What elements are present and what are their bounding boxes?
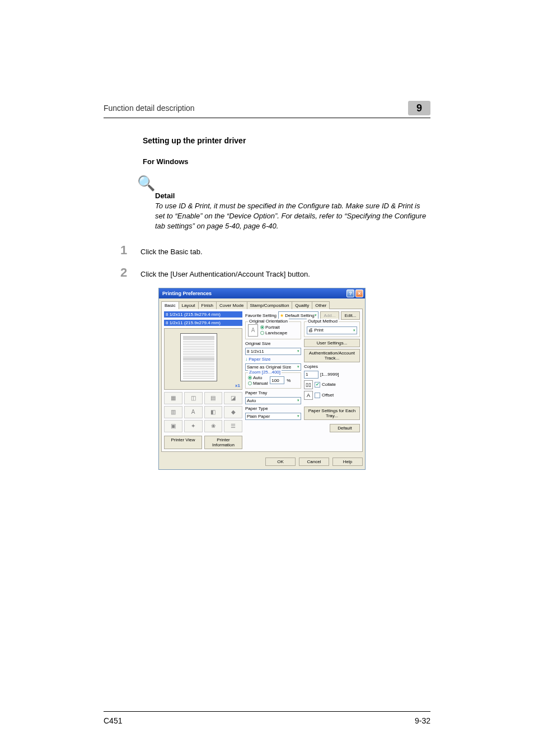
close-icon[interactable]: × (355, 290, 363, 297)
header-rule (104, 118, 430, 118)
copies-range-label: [1...9999] (320, 372, 339, 377)
magnifier-icon: 🔍 (137, 176, 430, 190)
paper-tray-label: Paper Tray (245, 390, 301, 395)
paper-size-banner: 8 1/2x11 (215.9x279.4 mm) (164, 320, 242, 326)
dialog-title: Printing Preferences (162, 291, 212, 296)
tab-basic[interactable]: Basic (161, 301, 179, 309)
zoom-value-input[interactable]: 100 (270, 376, 284, 384)
tab-stamp-composition[interactable]: Stamp/Composition (247, 301, 293, 309)
status-icon: ▦ (164, 392, 182, 404)
status-icon: ◫ (184, 392, 203, 404)
tab-quality[interactable]: Quality (292, 301, 312, 309)
subsection-heading: For Windows (143, 157, 430, 166)
status-icon: ▤ (204, 392, 223, 404)
footer-page-number: 9-32 (415, 716, 430, 725)
chapter-badge: 9 (408, 101, 430, 115)
original-size-banner: 8 1/2x11 (215.9x279.4 mm) (164, 311, 242, 318)
status-icon: A (184, 406, 203, 418)
paper-type-combo[interactable]: Plain Paper▾ (245, 413, 301, 420)
tab-layout[interactable]: Layout (179, 301, 199, 309)
collate-label: Collate (322, 382, 336, 387)
default-button[interactable]: Default (330, 424, 360, 432)
dialog-titlebar[interactable]: Printing Preferences ? × (159, 288, 365, 298)
zoom-indicator: x1 (235, 383, 240, 388)
zoom-auto-radio[interactable]: Auto (248, 375, 268, 380)
tab-cover-mode[interactable]: Cover Mode (216, 301, 247, 309)
auth-account-track-button[interactable]: Authentication/Account Track... (304, 349, 360, 362)
user-settings-button[interactable]: User Settings... (304, 339, 360, 347)
orientation-portrait-radio[interactable]: Portrait (260, 325, 287, 330)
help-button[interactable]: Help (332, 458, 363, 466)
offset-checkbox[interactable] (315, 393, 320, 398)
cancel-button[interactable]: Cancel (299, 458, 329, 466)
status-icon: ◆ (224, 406, 242, 418)
favorite-setting-label: Favorite Setting (245, 313, 277, 318)
status-icon: ◧ (204, 406, 223, 418)
status-icon: ✦ (184, 420, 203, 432)
favorite-edit-button[interactable]: Edit... (341, 311, 360, 320)
status-icon-grid: ▦ ◫ ▤ ◪ ▥ A ◧ ◆ ▣ ✦ ❀ ☰ (164, 392, 242, 432)
detail-title: Detail (155, 192, 430, 200)
paper-type-label: Paper Type (245, 406, 301, 411)
page-header-title: Function detail description (104, 104, 195, 113)
zoom-group: Zoom [25...400] Auto Manual 100 % (245, 372, 301, 389)
output-method-group: Output Method 🖨 Print▾ (304, 321, 360, 337)
tab-finish[interactable]: Finish (198, 301, 217, 309)
detail-body: To use ID & Print, it must be specified … (155, 201, 430, 232)
paper-size-label: ↓ Paper Size (245, 357, 301, 362)
printer-information-button[interactable]: Printer Information (204, 436, 242, 449)
zoom-manual-radio[interactable]: Manual (248, 381, 268, 386)
copies-label: Copies (304, 364, 360, 369)
orientation-icon: A (248, 324, 258, 337)
offset-label: Offset (322, 393, 334, 398)
collate-checkbox[interactable]: ✔ (315, 382, 320, 388)
collate-icon: ▯▯ (304, 380, 313, 389)
original-orientation-group: Original Orientation A Portrait Landscap… (245, 321, 301, 339)
status-icon: ▥ (164, 406, 182, 418)
paper-settings-each-tray-button[interactable]: Paper Settings for Each Tray... (304, 407, 360, 420)
tab-other[interactable]: Other (312, 301, 330, 309)
status-icon: ❀ (204, 420, 223, 432)
orientation-landscape-radio[interactable]: Landscape (260, 330, 287, 335)
step-2-text: Click the [User Authentication/Account T… (140, 268, 310, 278)
footer-model: C451 (104, 716, 122, 725)
step-number: 1 (120, 243, 140, 258)
original-size-label: Original Size (245, 341, 301, 346)
zoom-percent-label: % (287, 378, 291, 383)
copies-input[interactable]: 1 (304, 371, 318, 379)
status-icon: ☰ (224, 420, 242, 432)
step-number: 2 (120, 265, 140, 280)
paper-tray-combo[interactable]: Auto▾ (245, 397, 301, 404)
output-method-combo[interactable]: 🖨 Print▾ (307, 326, 357, 334)
printer-view-button[interactable]: Printer View (164, 436, 202, 449)
printing-preferences-dialog: Printing Preferences ? × Basic Layout Fi… (158, 288, 366, 470)
page-preview: x1 (164, 328, 242, 390)
status-icon: ◪ (224, 392, 242, 404)
section-heading: Setting up the printer driver (143, 136, 430, 145)
step-1-text: Click the Basic tab. (140, 245, 203, 256)
offset-icon: A (304, 391, 313, 400)
ok-button[interactable]: OK (265, 458, 296, 466)
status-icon: ▣ (164, 420, 182, 432)
original-size-combo[interactable]: 8 1/2x11▾ (245, 348, 301, 355)
help-icon[interactable]: ? (346, 290, 354, 297)
